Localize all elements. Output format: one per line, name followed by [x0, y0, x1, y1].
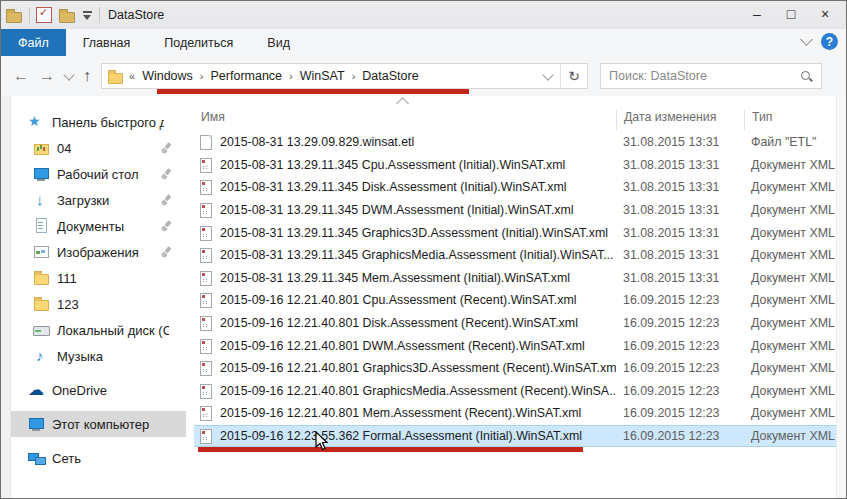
- tab-share[interactable]: Поделиться: [147, 29, 250, 56]
- file-type: Документ XML: [744, 248, 836, 262]
- properties-icon[interactable]: [36, 7, 52, 23]
- close-button[interactable]: ×: [808, 3, 842, 25]
- table-row[interactable]: 2015-08-31 13.29.11.345 Mem.Assessment (…: [194, 267, 836, 290]
- breadcrumb: « Windows › Performance › WinSAT › DataS…: [129, 69, 536, 83]
- sidebar-item-documents[interactable]: Документы: [11, 213, 186, 239]
- pin-icon: [158, 244, 175, 261]
- explorer-folder-icon: [5, 8, 23, 22]
- xml-file-icon: [198, 179, 215, 195]
- search-box[interactable]: Поиск: DataStore: [600, 63, 822, 89]
- table-row[interactable]: 2015-09-16 12.21.40.801 GraphicsMedia.As…: [194, 380, 836, 403]
- table-row[interactable]: 2015-09-16 12.23.55.362 Formal.Assessmen…: [194, 425, 836, 448]
- breadcrumb-prefix[interactable]: «: [129, 70, 135, 82]
- search-input[interactable]: Поиск: DataStore: [609, 69, 800, 83]
- xml-file-icon: [198, 383, 215, 399]
- file-name: 2015-08-31 13.29.09.829.winsat.etl: [220, 135, 414, 149]
- sidebar-item-123[interactable]: 123: [11, 291, 186, 317]
- xml-file-icon: [198, 360, 215, 376]
- help-icon[interactable]: ?: [821, 33, 838, 50]
- xml-file-icon: [198, 428, 215, 444]
- sidebar-item-04[interactable]: 04: [11, 135, 186, 161]
- file-name: 2015-08-31 13.29.11.345 Mem.Assessment (…: [220, 271, 570, 285]
- file-type: Документ XML: [744, 226, 836, 240]
- file-type: Документ XML: [744, 158, 836, 172]
- sidebar-item-label: Локальный диск (C:: [57, 323, 169, 338]
- monitor-icon: [28, 416, 45, 432]
- breadcrumb-windows[interactable]: Windows: [142, 69, 193, 83]
- file-date: 16.09.2015 12:23: [616, 384, 744, 398]
- maximize-button[interactable]: □: [774, 3, 808, 25]
- address-bar[interactable]: « Windows › Performance › WinSAT › DataS…: [101, 63, 588, 89]
- file-date: 31.08.2015 13:31: [616, 226, 744, 240]
- tab-file[interactable]: Файл: [1, 29, 66, 56]
- sidebar-item-this-pc[interactable]: Этот компьютер: [11, 411, 186, 437]
- customize-toolbar-icon[interactable]: [82, 10, 93, 20]
- folder-icon: [33, 270, 50, 286]
- sidebar-scrollbar[interactable]: [1, 96, 11, 498]
- sidebar-item-onedrive[interactable]: OneDrive: [11, 377, 186, 403]
- table-row[interactable]: 2015-09-16 12.21.40.801 Cpu.Assessment (…: [194, 289, 836, 312]
- minimize-button[interactable]: –: [740, 3, 774, 25]
- breadcrumb-datastore[interactable]: DataStore: [362, 69, 418, 83]
- divider: [99, 7, 100, 23]
- table-row[interactable]: 2015-08-31 13.29.11.345 Graphics3D.Asses…: [194, 221, 836, 244]
- file-type: Документ XML: [744, 361, 836, 375]
- sidebar-item-label: Музыка: [57, 349, 103, 364]
- tab-home[interactable]: Главная: [66, 29, 148, 56]
- xml-file-icon: [198, 202, 215, 218]
- monitor-icon: [33, 166, 50, 182]
- file-date: 31.08.2015 13:31: [616, 158, 744, 172]
- address-dropdown-icon[interactable]: [536, 74, 560, 79]
- quick-access-toolbar: [1, 7, 100, 23]
- file-date: 31.08.2015 13:31: [616, 180, 744, 194]
- file-date: 31.08.2015 13:31: [616, 248, 744, 262]
- table-row[interactable]: 2015-09-16 12.21.40.801 DWM.Assessment (…: [194, 334, 836, 357]
- sidebar-list: Панель быстрого до04Рабочий столЗагрузки…: [11, 96, 186, 498]
- file-name: 2015-09-16 12.23.55.362 Formal.Assessmen…: [220, 429, 582, 443]
- sidebar-item-label: 123: [57, 297, 79, 312]
- search-icon[interactable]: [800, 70, 813, 83]
- sidebar-item-quick-access[interactable]: Панель быстрого до: [11, 109, 186, 135]
- table-row[interactable]: 2015-08-31 13.29.11.345 Cpu.Assessment (…: [194, 154, 836, 177]
- table-row[interactable]: 2015-09-16 12.21.40.801 Graphics3D.Asses…: [194, 357, 836, 380]
- table-row[interactable]: 2015-09-16 12.21.40.801 Mem.Assessment (…: [194, 402, 836, 425]
- file-name: 2015-09-16 12.21.40.801 DWM.Assessment (…: [220, 339, 585, 353]
- sidebar-item-pictures[interactable]: Изображения: [11, 239, 186, 265]
- column-header-type[interactable]: Тип: [744, 110, 836, 130]
- file-type: Файл "ETL": [744, 135, 836, 149]
- pin-icon: [158, 166, 175, 183]
- column-header-date[interactable]: Дата изменения: [616, 110, 744, 130]
- column-header-name[interactable]: Имя: [194, 110, 616, 130]
- xml-file-icon: [198, 292, 215, 308]
- forward-icon[interactable]: →: [39, 68, 55, 84]
- breadcrumb-winsat[interactable]: WinSAT: [300, 69, 345, 83]
- collapse-ribbon-icon[interactable]: [800, 33, 813, 46]
- back-icon[interactable]: ←: [13, 68, 29, 84]
- table-row[interactable]: 2015-09-16 12.21.40.801 Disk.Assessment …: [194, 312, 836, 335]
- sidebar-item-111[interactable]: 111: [11, 265, 186, 291]
- recent-locations-icon[interactable]: [63, 69, 74, 80]
- etl-file-icon: [198, 134, 215, 150]
- breadcrumb-performance[interactable]: Performance: [211, 69, 283, 83]
- file-name: 2015-09-16 12.21.40.801 Cpu.Assessment (…: [220, 293, 577, 307]
- refresh-icon[interactable]: ↻: [560, 64, 587, 88]
- up-icon[interactable]: ↑: [83, 68, 91, 84]
- table-row[interactable]: 2015-08-31 13.29.11.345 GraphicsMedia.As…: [194, 244, 836, 267]
- sidebar-item-music[interactable]: Музыка: [11, 343, 186, 369]
- tab-view[interactable]: Вид: [250, 29, 307, 56]
- sidebar-item-downloads[interactable]: Загрузки: [11, 187, 186, 213]
- sidebar-item-desktop[interactable]: Рабочий стол: [11, 161, 186, 187]
- disk-icon: [33, 322, 50, 338]
- network-icon: [28, 450, 45, 466]
- sidebar-item-local-disk-c[interactable]: Локальный диск (C:: [11, 317, 186, 343]
- sidebar-item-network[interactable]: Сеть: [11, 445, 186, 471]
- mouse-cursor: [313, 431, 329, 453]
- file-list-scrollbar[interactable]: [836, 96, 846, 498]
- table-row[interactable]: 2015-08-31 13.29.09.829.winsat.etl31.08.…: [194, 131, 836, 154]
- file-type: Документ XML: [744, 406, 836, 420]
- new-folder-icon[interactable]: [58, 8, 76, 22]
- table-row[interactable]: 2015-08-31 13.29.11.345 Disk.Assessment …: [194, 176, 836, 199]
- file-type: Документ XML: [744, 203, 836, 217]
- table-row[interactable]: 2015-08-31 13.29.11.345 DWM.Assessment (…: [194, 199, 836, 222]
- sidebar-item-label: Изображения: [57, 245, 139, 260]
